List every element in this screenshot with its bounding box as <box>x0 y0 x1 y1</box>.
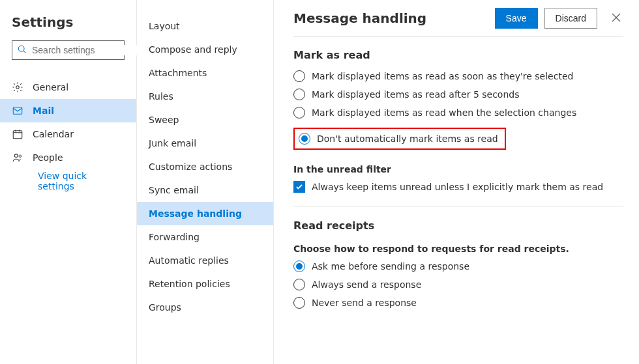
checkbox-icon <box>293 181 305 193</box>
nav-calendar[interactable]: Calendar <box>0 122 136 146</box>
radio-mark-dont[interactable]: Don't automatically mark items as read <box>299 133 498 145</box>
radio-icon <box>293 279 305 290</box>
radio-icon <box>293 107 305 119</box>
radio-label: Mark displayed items as read as soon as … <box>312 71 573 81</box>
nav-people[interactable]: People <box>0 146 136 169</box>
radio-mark-soon[interactable]: Mark displayed items as read as soon as … <box>293 70 623 82</box>
radio-icon <box>293 89 305 100</box>
mid-sweep[interactable]: Sweep <box>137 108 273 132</box>
divider <box>293 206 623 206</box>
read-receipts-description: Choose how to respond to requests for re… <box>293 244 623 254</box>
nav-people-label: People <box>33 152 63 163</box>
mid-retention[interactable]: Retention policies <box>137 272 273 296</box>
svg-point-9 <box>19 155 22 158</box>
mid-message-handling[interactable]: Message handling <box>137 202 273 225</box>
radio-mark-selection[interactable]: Mark displayed items as read when the se… <box>293 107 623 119</box>
radio-receipt-ask[interactable]: Ask me before sending a response <box>293 260 623 272</box>
search-icon <box>18 45 27 56</box>
radio-label: Never send a response <box>312 298 417 308</box>
nav-general-label: General <box>33 82 68 92</box>
mid-auto-replies[interactable]: Automatic replies <box>137 249 273 272</box>
radio-label: Don't automatically mark items as read <box>317 133 498 144</box>
mid-compose[interactable]: Compose and reply <box>137 38 273 61</box>
mid-junk[interactable]: Junk email <box>137 132 273 155</box>
search-settings-input[interactable] <box>12 40 125 60</box>
radio-icon <box>293 70 305 82</box>
mid-attachments[interactable]: Attachments <box>137 61 273 85</box>
discard-button[interactable]: Discard <box>544 8 597 29</box>
mid-groups[interactable]: Groups <box>137 296 273 319</box>
svg-rect-3 <box>13 107 22 115</box>
nav-quick-settings-label: View quick settings <box>38 171 125 191</box>
svg-point-2 <box>16 86 20 89</box>
close-icon[interactable] <box>609 10 623 27</box>
mid-customize[interactable]: Customize actions <box>137 155 273 178</box>
nav-mail-label: Mail <box>33 105 54 116</box>
mail-subsection-nav: Layout Compose and reply Attachments Rul… <box>137 0 274 364</box>
svg-point-0 <box>18 46 24 51</box>
mid-layout[interactable]: Layout <box>137 14 273 38</box>
radio-icon <box>293 260 305 272</box>
settings-title: Settings <box>0 14 136 40</box>
gear-icon <box>12 81 23 93</box>
radio-mark-after5[interactable]: Mark displayed items as read after 5 sec… <box>293 89 623 100</box>
settings-sidebar: Settings General Mail <box>0 0 137 364</box>
checkbox-label: Always keep items unread unless I explic… <box>312 182 603 192</box>
radio-label: Ask me before sending a response <box>312 261 469 272</box>
read-receipts-title: Read receipts <box>293 219 623 232</box>
highlight-annotation: Don't automatically mark items as read <box>293 128 506 150</box>
radio-receipt-never[interactable]: Never send a response <box>293 297 623 309</box>
mail-icon <box>12 105 23 117</box>
search-settings-field[interactable] <box>32 45 146 55</box>
save-button[interactable]: Save <box>495 8 538 29</box>
radio-label: Always send a response <box>312 279 421 290</box>
settings-panel: Message handling Save Discard Mark as re… <box>274 0 639 364</box>
mid-sync[interactable]: Sync email <box>137 178 273 202</box>
radio-label: Mark displayed items as read when the se… <box>312 107 576 118</box>
svg-rect-4 <box>13 131 22 139</box>
mid-rules[interactable]: Rules <box>137 85 273 108</box>
radio-icon <box>293 297 305 309</box>
people-icon <box>12 152 23 163</box>
checkbox-keep-unread[interactable]: Always keep items unread unless I explic… <box>293 181 623 193</box>
mid-forwarding[interactable]: Forwarding <box>137 225 273 249</box>
nav-general[interactable]: General <box>0 76 136 99</box>
svg-line-1 <box>23 51 25 53</box>
nav-calendar-label: Calendar <box>33 129 74 139</box>
radio-icon <box>299 133 310 145</box>
nav-quick-settings[interactable]: View quick settings <box>0 169 136 193</box>
unread-filter-title: In the unread filter <box>293 164 623 175</box>
mark-as-read-title: Mark as read <box>293 49 623 61</box>
panel-title: Message handling <box>293 10 495 26</box>
calendar-icon <box>12 128 23 140</box>
nav-mail[interactable]: Mail <box>0 99 136 122</box>
radio-label: Mark displayed items as read after 5 sec… <box>312 89 519 100</box>
svg-point-8 <box>14 154 18 158</box>
radio-receipt-always[interactable]: Always send a response <box>293 279 623 290</box>
